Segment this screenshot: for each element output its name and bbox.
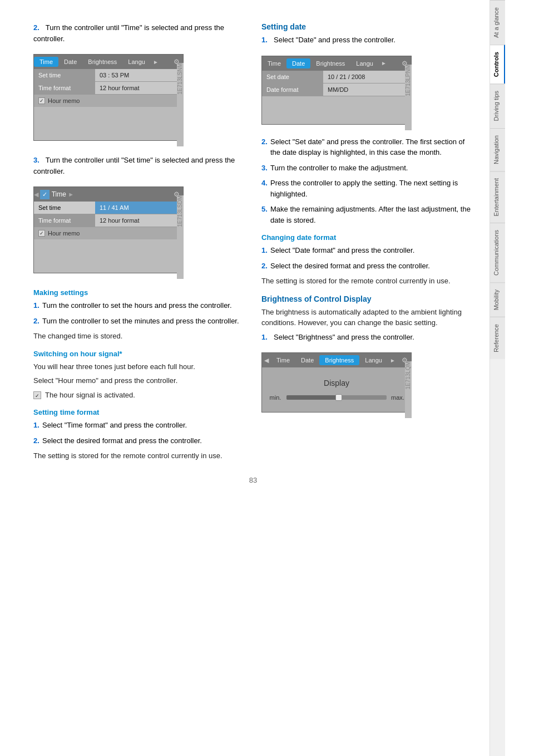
brightness-slider-min: min.: [268, 394, 283, 401]
date-tab-langu[interactable]: Langu: [350, 58, 379, 68]
brightness-step1-text: Select "Brightness" and press the contro…: [274, 333, 414, 341]
step3-number: 3.: [33, 156, 39, 164]
making-settings-list: 1. Turn the controller to set the hours …: [33, 300, 245, 326]
screen1-tab-date[interactable]: Date: [58, 57, 82, 67]
tab-controls[interactable]: Controls: [490, 45, 505, 84]
date-screen-tabs: Time Date Brightness Langu ► ⚙: [262, 56, 411, 71]
screen2-timeformat-value: 12 hour format: [95, 214, 183, 227]
screen1-row-settime: Set time 03 : 53 PM: [34, 69, 183, 82]
setting-date-step3: 3. Turn the controller to make the adjus…: [261, 163, 473, 174]
tab-driving-tips[interactable]: Driving tips: [490, 84, 505, 127]
changing-date-step1-text: Select "Date format" and press the contr…: [270, 246, 414, 254]
date-dateformat-value: MM/DD: [323, 84, 411, 96]
setting-date-step1-num: 1.: [261, 36, 268, 44]
setting-date-step1-text: Select "Date" and press the controller.: [274, 36, 395, 44]
screen2-right-bar: 1E713LSDM: [177, 195, 184, 279]
date-tab-brightness[interactable]: Brightness: [310, 58, 350, 68]
step3-text: Turn the controller until "Set time" is …: [33, 156, 235, 175]
brightness-slider-thumb[interactable]: [335, 394, 342, 401]
tab-entertainment[interactable]: Entertainment: [490, 171, 505, 223]
brightness-slider-track[interactable]: [286, 395, 387, 400]
brightness-tab-langu[interactable]: Langu: [359, 355, 388, 365]
date-tab-date[interactable]: Date: [286, 58, 310, 68]
date-screen-wrapper: Time Date Brightness Langu ► ⚙ Set date …: [261, 50, 412, 130]
brightness-step1-item: 1. Select "Brightness" and press the con…: [261, 332, 473, 343]
setting-date-step2-num: 2.: [261, 136, 268, 148]
screen1-tab-brightness[interactable]: Brightness: [82, 57, 122, 67]
tab-at-a-glance[interactable]: At a glance: [490, 0, 505, 45]
brightness-display-label: Display: [324, 379, 349, 387]
screen1: Time Date Brightness Langu ► ⚙ Set time …: [33, 54, 184, 141]
screen2-settime-label: Set time: [34, 202, 95, 214]
date-screen: Time Date Brightness Langu ► ⚙ Set date …: [261, 56, 412, 125]
right-column: Setting date 1. Select "Date" and press …: [261, 22, 473, 465]
making-step1-num: 1.: [33, 300, 39, 311]
changing-date-format-heading: Changing date format: [261, 233, 473, 242]
screen2-row-settime: Set time 11 / 41 AM: [34, 202, 183, 214]
changing-date-format-list: 1. Select "Date format" and press the co…: [261, 245, 473, 271]
date-screen-empty: [262, 96, 411, 124]
screen1-row-timeformat: Time format 12 hour format: [34, 82, 183, 95]
date-setdate-label: Set date: [262, 71, 323, 83]
screen1-tab-langu[interactable]: Langu: [122, 57, 151, 67]
screen2-left-arrow: ◀: [34, 191, 38, 198]
making-settings-stored: The changed time is stored.: [33, 331, 245, 342]
screen1-bar-text: 1E713LSNM: [177, 63, 183, 95]
date-row-dateformat: Date format MM/DD: [262, 84, 411, 96]
screen1-checkbox[interactable]: ✓: [38, 97, 45, 104]
screen2-title-text: Time: [52, 190, 66, 198]
brightness-tab-brightness[interactable]: Brightness: [319, 355, 359, 365]
setting-date-step4: 4. Press the controller to apply the set…: [261, 178, 473, 199]
date-setdate-value: 10 / 21 / 2008: [323, 71, 411, 83]
time-format-step2-num: 2.: [33, 435, 39, 446]
time-format-step1-num: 1.: [33, 420, 39, 431]
switching-hour-para3: ✓ The hour signal is activated.: [33, 390, 245, 401]
screen1-checkbox-row: ✓ Hour memo: [34, 95, 183, 107]
brightness-slider[interactable]: min. max.: [268, 394, 406, 401]
hour-memo-icon: ✓: [33, 391, 41, 399]
screen2-empty: [34, 239, 183, 273]
screen1-tab-arrow: ►: [151, 59, 161, 65]
brightness-screen: ◀ Time Date Brightness Langu ► ⚙ Display…: [261, 352, 412, 413]
screen1-timeformat-label: Time format: [34, 82, 95, 94]
changing-date-stored: The setting is stored for the remote con…: [261, 276, 473, 287]
step2-number: 2.: [33, 23, 39, 32]
screen1-settime-value: 03 : 53 PM: [95, 69, 183, 81]
screen2-timeformat-label: Time format: [34, 214, 95, 227]
screen2-checkbox[interactable]: ✓: [38, 230, 45, 237]
setting-date-step3-text: Turn the controller to make the adjustme…: [270, 164, 408, 172]
brightness-slider-max: max.: [390, 394, 406, 401]
setting-date-step5: 5. Make the remaining adjustments. After…: [261, 204, 473, 225]
screen1-right-bar: 1E713LSNM: [177, 63, 184, 146]
time-format-step2-text: Select the desired format and press the …: [42, 436, 202, 445]
step3-item: 3. Turn the controller until "Set time" …: [33, 155, 245, 176]
brightness-bar-text: 1E713LQM: [405, 361, 411, 390]
brightness-tab-time[interactable]: Time: [271, 355, 295, 365]
brightness-screen-tabs: ◀ Time Date Brightness Langu ► ⚙: [262, 353, 411, 367]
setting-date-step3-num: 3.: [261, 163, 268, 174]
tab-communications[interactable]: Communications: [490, 223, 505, 282]
screen1-wrapper: Time Date Brightness Langu ► ⚙ Set time …: [33, 48, 184, 146]
step2-item: 2. Turn the controller until "Time" is s…: [33, 22, 245, 44]
setting-date-step4-text: Press the controller to apply the settin…: [270, 179, 458, 198]
screen2-settime-value: 11 / 41 AM: [95, 202, 183, 214]
brightness-tab-arrow: ►: [388, 357, 398, 364]
tab-navigation[interactable]: Navigation: [490, 128, 505, 171]
tab-mobility[interactable]: Mobility: [490, 282, 505, 317]
screen1-tab-time[interactable]: Time: [34, 57, 58, 67]
screen2-wrapper: ◀ ✓ Time ► ⚙ Set time 1: [33, 181, 184, 279]
brightness-screen-wrapper: ◀ Time Date Brightness Langu ► ⚙ Display…: [261, 347, 412, 418]
date-tab-arrow: ►: [379, 60, 389, 66]
changing-date-step2-num: 2.: [261, 261, 268, 272]
date-screen-right-bar: 1E713LPNM: [405, 65, 412, 130]
tab-reference[interactable]: Reference: [490, 317, 505, 359]
setting-date-heading: Setting date: [261, 22, 473, 31]
making-step1-text: Turn the controller to set the hours and…: [42, 301, 232, 310]
date-dateformat-label: Date format: [262, 84, 323, 96]
brightness-screen-right-bar: 1E713LQM: [405, 361, 412, 418]
brightness-tab-date[interactable]: Date: [295, 355, 319, 365]
page-number-area: 83: [33, 465, 473, 490]
brightness-para1: The brightness is automatically adapted …: [261, 307, 473, 328]
switching-hour-para1: You will hear three tones just before ea…: [33, 361, 245, 372]
date-tab-time[interactable]: Time: [262, 58, 286, 68]
